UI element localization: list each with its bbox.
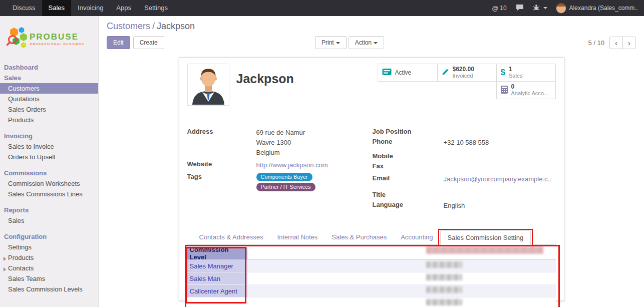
user-menu[interactable]: Alexandra (Sales_comm.. bbox=[552, 3, 642, 14]
address-value: 69 rue de Namur Wavre 1300 Belgium bbox=[256, 128, 305, 158]
stat-analytic-label: Analytic Acco... bbox=[511, 90, 549, 97]
table-row[interactable]: Sales Man bbox=[187, 272, 556, 285]
action-dropdown[interactable]: Action bbox=[349, 36, 384, 49]
probuse-logo: PROBUSE PROFESSIONAL BUSINESS bbox=[0, 16, 98, 62]
sidebar-item-sales-orders[interactable]: Sales Orders bbox=[0, 104, 98, 115]
menu-discuss[interactable]: Discuss bbox=[6, 0, 42, 16]
commission-level-cell[interactable]: Callcenter Agent bbox=[187, 285, 247, 297]
redacted-content bbox=[426, 261, 462, 268]
brand-name: PROBUSE bbox=[30, 32, 79, 42]
edit-button[interactable]: Edit bbox=[107, 36, 130, 49]
chevron-down-icon bbox=[543, 7, 547, 9]
create-button[interactable]: Create bbox=[133, 36, 164, 49]
redacted-content bbox=[426, 299, 462, 305]
pager-count: 5 / 10 bbox=[588, 39, 604, 47]
fax-label: Fax bbox=[373, 162, 444, 170]
systray: @ 10 Alexandra (Sales_comm.. bbox=[488, 0, 644, 16]
menu-settings[interactable]: Settings bbox=[138, 0, 174, 16]
notebook-tabs: Contacts & Addresses Internal Notes Sale… bbox=[187, 230, 556, 245]
sidebar-item-config-products[interactable]: Products bbox=[0, 252, 98, 263]
messages-button[interactable] bbox=[511, 0, 528, 16]
phone-value: +32 10 588 558 bbox=[444, 138, 489, 148]
table-row[interactable]: Callcenter Agent bbox=[187, 285, 556, 297]
sidebar-nav: Dashboard Sales Customers Quotations Sal… bbox=[0, 62, 98, 294]
stat-analytic-button[interactable]: 0 Analytic Acco... bbox=[496, 81, 556, 99]
sidebar-item-quotations[interactable]: Quotations bbox=[0, 94, 98, 104]
pencil-icon bbox=[442, 68, 449, 77]
title-label: Title bbox=[373, 191, 444, 198]
website-label: Website bbox=[187, 160, 256, 170]
control-panel: Customers/Jackpson Edit Create Print Act… bbox=[99, 16, 644, 49]
sidebar-item-customers[interactable]: Customers bbox=[0, 83, 98, 94]
brand-tagline: PROFESSIONAL BUSINESS bbox=[30, 42, 84, 46]
language-label: Language bbox=[373, 201, 444, 211]
commission-level-cell[interactable]: Sales Man bbox=[187, 272, 247, 284]
sidebar-item-sales-commissions-lines[interactable]: Sales Commissions Lines bbox=[0, 189, 98, 199]
tab-internal-notes[interactable]: Internal Notes bbox=[270, 230, 325, 244]
sidebar-section-invoicing: Invoicing bbox=[0, 131, 98, 141]
stat-invoiced-button[interactable]: $620.00 Invoiced bbox=[437, 64, 497, 82]
sidebar-item-dashboard[interactable]: Dashboard bbox=[0, 62, 98, 73]
action-label: Action bbox=[355, 39, 372, 46]
pager-next-button[interactable]: › bbox=[622, 37, 636, 49]
sidebar-section-commissions: Commissions bbox=[0, 168, 98, 178]
debug-menu-button[interactable] bbox=[528, 0, 552, 16]
redacted-content bbox=[426, 274, 462, 280]
user-avatar bbox=[556, 3, 566, 14]
phone-label: Phone bbox=[373, 138, 444, 148]
stat-sales-label: Sales bbox=[509, 73, 523, 79]
language-value: English bbox=[444, 201, 465, 211]
tag-partner-it-services: Partner / IT Services bbox=[256, 183, 315, 191]
chevron-down-icon bbox=[374, 42, 378, 44]
email-link[interactable]: Jackpson@yourcompany.example.c.. bbox=[444, 175, 551, 183]
website-link[interactable]: http://www.jackpson.com bbox=[256, 161, 328, 169]
tab-sales-commission-setting-label: Sales Commission Setting bbox=[448, 234, 524, 241]
sidebar-item-settings[interactable]: Settings bbox=[0, 242, 98, 252]
record-title: Jackpson bbox=[236, 72, 294, 86]
sidebar-item-sales-teams[interactable]: Sales Teams bbox=[0, 273, 98, 284]
stat-sales-value: 1 bbox=[509, 66, 512, 73]
tab-accounting[interactable]: Accounting bbox=[394, 230, 440, 244]
commission-level-column-header[interactable]: Commission Level bbox=[187, 247, 247, 259]
mention-count: 10 bbox=[500, 5, 506, 12]
field-groups: Address 69 rue de Namur Wavre 1300 Belgi… bbox=[187, 128, 556, 213]
table-row[interactable]: Sales Manager bbox=[187, 260, 556, 272]
sidebar: PROBUSE PROFESSIONAL BUSINESS Dashboard … bbox=[0, 16, 99, 307]
chat-bubble-icon bbox=[516, 4, 524, 13]
sidebar-section-configuration: Configuration bbox=[0, 231, 98, 242]
sidebar-item-sales-to-invoice[interactable]: Sales to Invoice bbox=[0, 141, 98, 152]
tab-sales-commission-setting[interactable]: Sales Commission Setting bbox=[440, 230, 531, 245]
mentions-button[interactable]: @ 10 bbox=[488, 0, 511, 16]
sidebar-item-orders-to-upsell[interactable]: Orders to Upsell bbox=[0, 152, 98, 162]
tab-contacts-addresses[interactable]: Contacts & Addresses bbox=[192, 230, 270, 244]
sidebar-item-sales-commission-levels[interactable]: Sales Commission Levels bbox=[0, 284, 98, 294]
breadcrumb-separator: / bbox=[152, 21, 155, 31]
sidebar-item-commission-worksheets[interactable]: Commission Worksheets bbox=[0, 178, 98, 189]
menu-invoicing[interactable]: Invoicing bbox=[71, 0, 110, 16]
customer-photo bbox=[187, 64, 229, 106]
sidebar-item-products[interactable]: Products bbox=[0, 115, 98, 125]
print-dropdown[interactable]: Print bbox=[315, 36, 347, 49]
sidebar-item-sales[interactable]: Sales bbox=[0, 73, 98, 83]
sidebar-item-reports-sales[interactable]: Sales bbox=[0, 215, 98, 226]
calculator-icon bbox=[501, 86, 508, 95]
tag-components-buyer: Components Buyer bbox=[256, 173, 312, 181]
menu-apps[interactable]: Apps bbox=[110, 0, 138, 16]
breadcrumb-customers-link[interactable]: Customers bbox=[107, 21, 150, 31]
stat-sales-button[interactable]: $ 1 Sales bbox=[496, 64, 556, 82]
at-icon: @ bbox=[492, 5, 499, 12]
pager-previous-button[interactable]: ‹ bbox=[609, 37, 623, 49]
menu-sales[interactable]: Sales bbox=[42, 0, 72, 16]
stat-active-button[interactable]: Active bbox=[378, 64, 438, 82]
breadcrumb-current: Jackpson bbox=[157, 21, 195, 31]
tab-sales-purchases[interactable]: Sales & Purchases bbox=[325, 230, 394, 244]
main-content: Customers/Jackpson Edit Create Print Act… bbox=[99, 16, 644, 307]
stat-invoiced-value: $620.00 bbox=[453, 66, 474, 73]
dollar-icon: $ bbox=[501, 68, 505, 78]
print-label: Print bbox=[321, 39, 334, 46]
commission-level-cell[interactable]: Sales Manager bbox=[187, 260, 247, 272]
pager: 5 / 10 ‹ › bbox=[588, 37, 636, 49]
tags-label: Tags bbox=[187, 173, 256, 191]
sidebar-item-config-contacts[interactable]: Contacts bbox=[0, 263, 98, 273]
mobile-label: Mobile bbox=[373, 152, 444, 160]
